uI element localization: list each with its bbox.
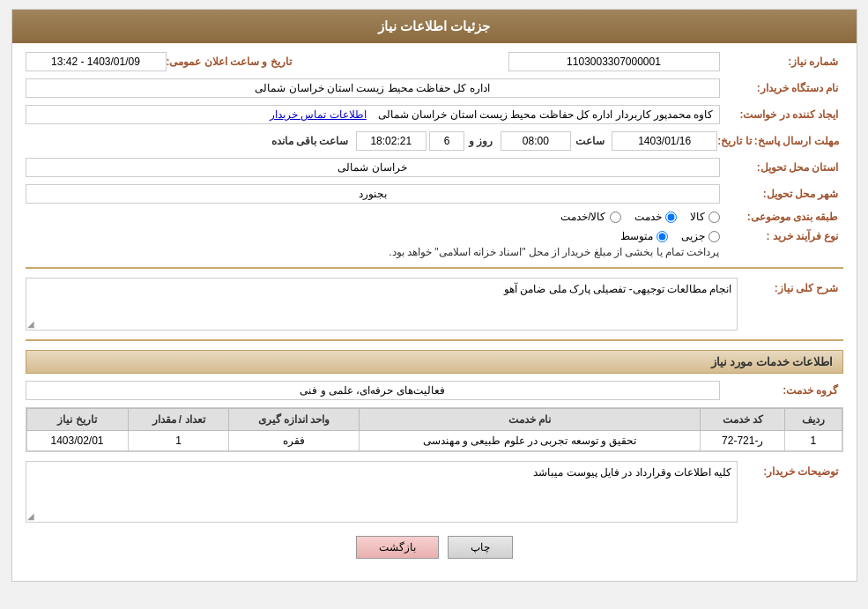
page-title: جزئیات اطلاعات نیاز <box>378 19 490 33</box>
process-option-motavaset-label: متوسط <box>620 230 653 242</box>
cell-name-0: تحقیق و توسعه تجربی در علوم طبیعی و مهند… <box>359 431 701 451</box>
page-header: جزئیات اطلاعات نیاز <box>12 10 857 43</box>
row-creator: ایجاد کننده در خواست: کاوه محمدپور کاربر… <box>26 105 843 124</box>
row-send-date: مهلت ارسال پاسخ: تا تاریخ: 1403/01/16 سا… <box>26 131 843 151</box>
need-number-label: شماره نیاز: <box>720 56 843 68</box>
cell-unit-0: فقره <box>229 431 359 451</box>
remaining-value: 18:02:21 <box>356 131 427 151</box>
table-header-row: ردیف کد خدمت نام خدمت واحد اندازه گیری ت… <box>26 409 842 431</box>
category-radio-kala[interactable] <box>708 212 720 223</box>
process-radio-group: جزیی متوسط <box>26 230 720 242</box>
category-radio-kala-khedmat[interactable] <box>610 212 621 223</box>
process-radio-jozi[interactable] <box>708 231 720 242</box>
col-header-code: کد خدمت <box>701 409 785 431</box>
category-option-kala-label: کالا <box>690 211 705 223</box>
cell-date-0: 1403/02/01 <box>26 431 128 451</box>
buyer-desc-value: کلیه اطلاعات وقرارداد در فایل پیوست میبا… <box>26 461 738 523</box>
col-header-qty: تعداد / مقدار <box>128 409 229 431</box>
category-option-kala-khedmat: کالا/خدمت <box>560 211 620 223</box>
services-table: ردیف کد خدمت نام خدمت واحد اندازه گیری ت… <box>26 408 842 451</box>
category-radio-khedmat[interactable] <box>665 212 677 223</box>
row-service-group: گروه خدمت: فعالیت‌های حرفه‌ای، علمی و فن… <box>26 381 843 400</box>
cell-quantity-0: 1 <box>128 431 229 451</box>
process-option-jozi: جزیی <box>681 230 720 242</box>
service-group-label: گروه خدمت: <box>720 384 843 397</box>
announcement-datetime-label: تاریخ و ساعت اعلان عمومی: <box>167 56 296 68</box>
process-description: پرداخت تمام یا بخشی از مبلغ خریدار از مح… <box>26 246 720 258</box>
creator-label: ایجاد کننده در خواست: <box>720 108 843 121</box>
row-category: طبقه بندی موضوعی: کالا خدمت کالا/خدمت <box>26 211 843 223</box>
province-value: خراسان شمالی <box>26 158 720 177</box>
process-radio-motavaset[interactable] <box>657 231 668 242</box>
content-area: شماره نیاز: 1103003307000001 تاریخ و ساع… <box>12 43 857 581</box>
announcement-datetime-value: 1403/01/09 - 13:42 <box>26 52 167 71</box>
row-process: نوع فرآیند خرید : جزیی متوسط پرداخت تمام… <box>26 230 843 258</box>
divider-1 <box>26 267 843 269</box>
creator-value: کاوه محمدپور کاربردار اداره کل حفاظت محی… <box>26 105 720 124</box>
row-general-desc: شرح کلی نیاز: انجام مطالعات توجیهی- تفصی… <box>26 278 843 330</box>
send-day-value: 6 <box>429 131 464 151</box>
city-label: شهر محل تحویل: <box>720 188 843 200</box>
general-desc-label: شرح کلی نیاز: <box>738 278 843 294</box>
send-time-label: ساعت <box>571 135 609 147</box>
divider-2 <box>26 339 843 341</box>
send-time-value: 08:00 <box>501 131 571 151</box>
services-table-container: ردیف کد خدمت نام خدمت واحد اندازه گیری ت… <box>26 407 843 452</box>
col-header-name: نام خدمت <box>359 409 701 431</box>
process-label: نوع فرآیند خرید : <box>720 230 843 242</box>
row-city: شهر محل تحویل: بجنورد <box>26 184 843 204</box>
category-label: طبقه بندی موضوعی: <box>720 211 843 223</box>
general-desc-wrapper: انجام مطالعات توجیهی- تفصیلی پارک ملی ضا… <box>26 278 738 330</box>
process-option-motavaset: متوسط <box>620 230 668 242</box>
remaining-label: ساعت باقی مانده <box>267 135 353 147</box>
service-group-value: فعالیت‌های حرفه‌ای، علمی و فنی <box>26 381 720 400</box>
resize-handle-1: ◢ <box>27 319 34 329</box>
send-day-label: روز و <box>464 135 497 147</box>
row-province: استان محل تحویل: خراسان شمالی <box>26 158 843 177</box>
category-option-khedmat-label: خدمت <box>634 211 662 223</box>
category-option-khedmat: خدمت <box>634 211 677 223</box>
need-number-value: 1103003307000001 <box>508 52 720 71</box>
send-date-value: 1403/01/16 <box>612 131 717 151</box>
cell-code-0: ر-721-72 <box>701 431 785 451</box>
process-option-jozi-label: جزیی <box>681 230 705 242</box>
table-row: 1ر-721-72تحقیق و توسعه تجربی در علوم طبی… <box>26 431 842 451</box>
buyer-org-label: نام دستگاه خریدار: <box>720 82 843 94</box>
general-desc-value: انجام مطالعات توجیهی- تفصیلی پارک ملی ضا… <box>26 278 738 330</box>
province-label: استان محل تحویل: <box>720 161 843 174</box>
col-header-unit: واحد اندازه گیری <box>229 409 359 431</box>
cell-row-0: 1 <box>785 431 842 451</box>
back-button[interactable]: بازگشت <box>356 536 439 559</box>
row-need-number: شماره نیاز: 1103003307000001 تاریخ و ساع… <box>26 52 843 71</box>
col-header-date: تاریخ نیاز <box>26 409 128 431</box>
category-radio-group: کالا خدمت کالا/خدمت <box>560 211 719 223</box>
category-option-kala-khedmat-label: کالا/خدمت <box>560 211 605 223</box>
buyer-desc-wrapper: کلیه اطلاعات وقرارداد در فایل پیوست میبا… <box>26 461 738 523</box>
send-date-label: مهلت ارسال پاسخ: تا تاریخ: <box>717 135 842 147</box>
services-section-header: اطلاعات خدمات مورد نیاز <box>26 350 843 374</box>
creator-contact-link[interactable]: اطلاعات تماس خریدار <box>270 108 367 121</box>
main-container: جزئیات اطلاعات نیاز شماره نیاز: 11030033… <box>11 9 857 582</box>
city-value: بجنورد <box>26 184 720 204</box>
row-buyer-org: نام دستگاه خریدار: اداره کل حفاظت محیط ز… <box>26 78 843 98</box>
buyer-org-value: اداره کل حفاظت محیط زیست استان خراسان شم… <box>26 78 720 98</box>
buyer-desc-label: توضیحات خریدار: <box>738 461 843 478</box>
row-buyer-desc: توضیحات خریدار: کلیه اطلاعات وقرارداد در… <box>26 461 843 523</box>
button-row: چاپ بازگشت <box>26 536 843 559</box>
col-header-row: ردیف <box>785 409 842 431</box>
resize-handle-2: ◢ <box>27 511 34 521</box>
process-content: جزیی متوسط پرداخت تمام یا بخشی از مبلغ خ… <box>26 230 720 258</box>
print-button[interactable]: چاپ <box>448 536 513 559</box>
category-option-kala: کالا <box>690 211 720 223</box>
